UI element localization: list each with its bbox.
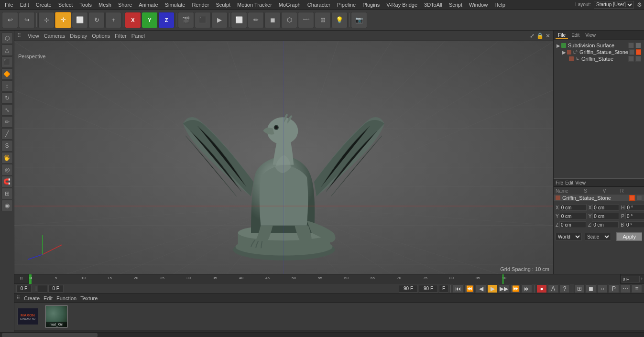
render-region-button[interactable]: ⬛ (195, 12, 211, 28)
move-tool-button[interactable]: ✛ (55, 12, 71, 28)
viewport-menu-display[interactable]: Display (70, 33, 87, 39)
menu-pipeline[interactable]: Pipeline (334, 1, 359, 8)
pen-button[interactable]: ✏ (248, 12, 264, 28)
transport-question[interactable]: ? (559, 284, 570, 293)
tab-file[interactable]: File (556, 32, 568, 39)
coord-py-input[interactable] (592, 213, 619, 219)
tree-render-toggle-2[interactable] (636, 49, 641, 55)
tree-render-toggle-3[interactable] (635, 56, 641, 62)
menu-window[interactable]: Window (466, 1, 491, 8)
scale-dropdown[interactable]: Scale (585, 233, 611, 240)
tree-vis-toggle[interactable] (628, 43, 634, 48)
tab-view-attr[interactable]: View (575, 180, 586, 185)
attr-vis-toggle[interactable] (629, 195, 635, 201)
menu-animate[interactable]: Animate (136, 1, 161, 8)
bottom-scrollbar[interactable] (0, 332, 644, 337)
transport-next-key[interactable]: ⏩ (510, 284, 521, 293)
array-button[interactable]: ⊞ (315, 12, 331, 28)
viewport-icon-close[interactable]: ✕ (546, 33, 550, 39)
cube-button[interactable]: ⬜ (231, 12, 247, 28)
tab-edit[interactable]: Edit (569, 32, 582, 38)
transport-auto-key[interactable]: A (548, 284, 558, 293)
tab-file-attr[interactable]: File (556, 180, 563, 185)
camera-button[interactable]: 📷 (351, 12, 367, 28)
layout-settings-icon[interactable]: ⚙ (637, 1, 642, 8)
viewport-menu-view[interactable]: View (28, 33, 39, 39)
tree-vis-toggle-3[interactable] (628, 56, 634, 62)
tool-object-mode[interactable]: ⬡ (1, 33, 13, 44)
transport-p[interactable]: P (609, 284, 619, 293)
viewport-menu-panel[interactable]: Panel (131, 33, 145, 39)
attr-selected-item[interactable]: Griffin_Statue_Stone (554, 195, 644, 201)
scale-tool-button[interactable]: ⬜ (72, 12, 88, 28)
z-axis-button[interactable]: Z (158, 12, 175, 28)
tree-render-toggle[interactable] (635, 43, 641, 48)
viewport-canvas[interactable]: Perspective (14, 41, 553, 274)
material-menu-texture[interactable]: Texture (80, 295, 98, 301)
material-menu-edit[interactable]: Edit (44, 295, 53, 301)
menu-vray-bridge[interactable]: V-Ray Bridge (383, 1, 420, 8)
coord-z-input[interactable] (559, 221, 586, 228)
coord-p-input[interactable] (625, 213, 644, 219)
tool-move[interactable]: ↕ (1, 80, 13, 92)
tree-item-griffin-stone[interactable]: ▶ L⁰ Griffin_Statue_Stone (561, 49, 642, 55)
menu-file[interactable]: File (2, 1, 16, 8)
x-axis-button[interactable]: X (125, 12, 141, 28)
render-view-button[interactable]: 🎬 (178, 12, 194, 28)
menu-simulate[interactable]: Simulate (162, 1, 188, 8)
viewport-icon-lock[interactable]: 🔒 (536, 33, 544, 39)
tool-rotate[interactable]: ↻ (1, 92, 13, 104)
menu-select[interactable]: Select (55, 1, 76, 8)
tool-edge-mode[interactable]: △ (1, 44, 13, 56)
transport-start-field[interactable] (16, 285, 32, 293)
tree-item-griffin-mesh[interactable]: ↳ Griffin_Statue (567, 55, 642, 62)
apply-button[interactable]: Apply (616, 232, 642, 241)
tool-smooth[interactable]: ◎ (1, 164, 13, 175)
transport-goto-end[interactable]: ⏭ (522, 284, 532, 293)
menu-sculpt[interactable]: Sculpt (213, 1, 234, 8)
transport-list[interactable]: ≡ (632, 284, 642, 293)
attr-lock-toggle[interactable] (636, 195, 642, 201)
menu-edit[interactable]: Edit (17, 1, 32, 8)
menu-mesh[interactable]: Mesh (96, 1, 114, 8)
tool-grid[interactable]: ⊞ (1, 188, 13, 199)
coord-px-input[interactable] (592, 204, 619, 211)
viewport-icon-fullscreen[interactable]: ⤢ (530, 33, 535, 39)
coord-y-input[interactable] (560, 213, 587, 219)
transport-range-start[interactable] (399, 285, 418, 293)
transport-range-end[interactable] (419, 285, 438, 293)
menu-plugins[interactable]: Plugins (360, 1, 382, 8)
timeline-frame-input[interactable] (622, 276, 640, 283)
timeline-track[interactable]: 0 5 10 15 20 25 30 35 40 45 50 55 60 65 … (29, 274, 620, 284)
coord-h-input[interactable] (626, 204, 644, 211)
tool-extrude[interactable]: S (1, 140, 13, 152)
material-menu-function[interactable]: Function (56, 295, 76, 301)
deformer-button[interactable]: ⬡ (281, 12, 297, 28)
menu-create[interactable]: Create (33, 1, 55, 8)
transport-goto-start[interactable]: ⏮ (453, 284, 463, 293)
transport-next-frame[interactable]: ▶▶ (499, 284, 509, 293)
menu-share[interactable]: Share (115, 1, 135, 8)
tool-texture-mode[interactable]: 🔶 (1, 68, 13, 80)
coord-x-input[interactable] (560, 204, 587, 211)
redo-button[interactable]: ↪ (19, 12, 35, 28)
material-thumbnail[interactable]: mat_Gri (45, 305, 68, 328)
transport-dots[interactable]: ⋯ (620, 284, 631, 293)
tab-edit-attr[interactable]: Edit (565, 180, 573, 185)
tool-scale[interactable]: ⤡ (1, 104, 13, 116)
scrollbar-thumb[interactable] (2, 333, 98, 337)
timeline-end-marker[interactable] (502, 274, 504, 284)
viewport-menu-cameras[interactable]: Cameras (44, 33, 65, 39)
transport-play[interactable]: ▶ (487, 284, 498, 293)
tool-sculpt[interactable]: 🖐 (1, 152, 13, 163)
menu-mograph[interactable]: MoGraph (276, 1, 304, 8)
transport-current-field[interactable] (48, 285, 64, 293)
menu-motion-tracker[interactable]: Motion Tracker (234, 1, 275, 8)
tab-view[interactable]: View (583, 32, 598, 38)
tree-item-subdivision[interactable]: ▶ Subdivision Surface (556, 42, 642, 49)
y-axis-button[interactable]: Y (142, 12, 158, 28)
transport-snap[interactable]: ◼ (586, 284, 596, 293)
viewport-menu-filter[interactable]: Filter (115, 33, 126, 39)
transport-prev-frame[interactable]: ◀ (476, 284, 486, 293)
transport-prev-key[interactable]: ⏪ (464, 284, 475, 293)
